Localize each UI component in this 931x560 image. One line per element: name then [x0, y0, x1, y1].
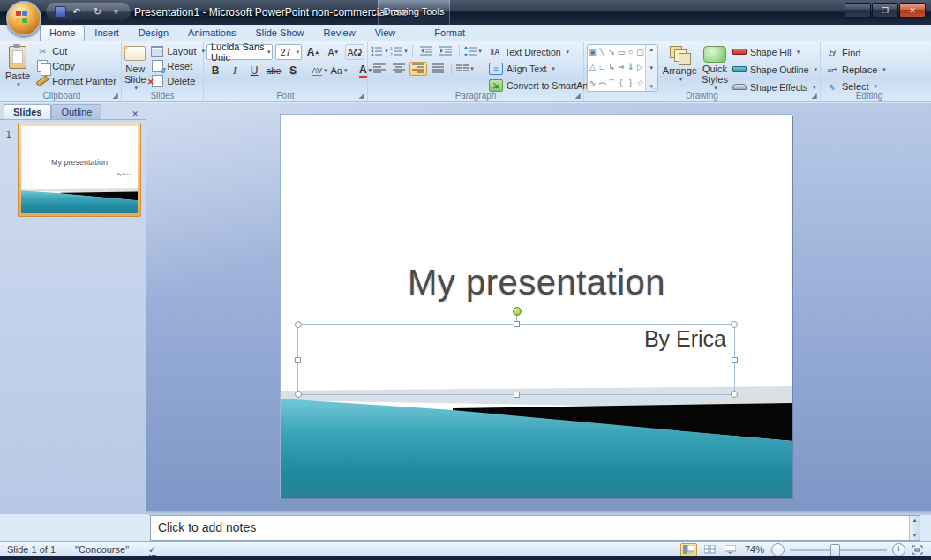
shapes-more-icon[interactable]: ▼̱	[649, 84, 654, 89]
undo-dropdown-icon[interactable]: ▾	[82, 8, 86, 15]
decrease-indent-button[interactable]	[417, 44, 435, 58]
format-painter-button[interactable]: Format Painter	[34, 74, 119, 88]
align-center-button[interactable]	[390, 62, 408, 76]
spacing-dropdown-icon[interactable]: ▾	[324, 67, 327, 74]
panel-tab-slides[interactable]: Slides	[4, 104, 51, 119]
line-spacing-dropdown-icon[interactable]: ▾	[478, 48, 482, 55]
shape-curve-icon[interactable]: ⌒	[608, 79, 616, 87]
shapes-scroll-up-icon[interactable]: ▲	[649, 47, 654, 52]
shape-right-arrow-icon[interactable]: ⇒	[618, 63, 625, 71]
font-size-dropdown-icon[interactable]: ▾	[296, 49, 299, 56]
find-button[interactable]: ⌭ Find	[823, 46, 915, 60]
notes-placeholder[interactable]: Click to add notes	[158, 520, 256, 534]
rotation-handle[interactable]	[513, 307, 522, 316]
shape-effects-dropdown-icon[interactable]: ▾	[813, 84, 816, 91]
clipboard-dialog-launcher-icon[interactable]: ◢	[111, 92, 119, 100]
grow-font-button[interactable]: A▲	[304, 45, 322, 59]
tab-animations[interactable]: Animations	[178, 26, 245, 41]
replace-dropdown-icon[interactable]: ▾	[882, 66, 886, 73]
undo-button[interactable]: ↶▾	[71, 4, 86, 19]
shape-outline-button[interactable]: Shape Outline ▾	[732, 62, 817, 77]
notes-scroll-up-icon[interactable]: ▲	[912, 518, 918, 523]
paste-button[interactable]: Paste ▾	[5, 44, 30, 92]
byline-text[interactable]: By Erica	[644, 326, 726, 352]
normal-view-button[interactable]	[680, 543, 697, 556]
numbering-dropdown-icon[interactable]: ▾	[404, 48, 408, 55]
arrange-button[interactable]: Arrange ▾	[663, 44, 697, 92]
handle-middle-right[interactable]	[732, 357, 738, 363]
handle-top-left[interactable]	[295, 321, 302, 328]
tab-format[interactable]: Format	[424, 26, 475, 41]
zoom-out-button[interactable]: −	[771, 543, 785, 556]
text-shadow-button[interactable]: S	[284, 63, 302, 78]
shape-outline-dropdown-icon[interactable]: ▾	[814, 66, 817, 73]
shape-freeform-icon[interactable]: ∿	[589, 79, 597, 87]
tab-slide-show[interactable]: Slide Show	[246, 26, 314, 41]
slide-show-view-button[interactable]	[723, 544, 738, 556]
shape-elbow-arrow-icon[interactable]: ↳	[608, 63, 615, 71]
arrange-dropdown-icon[interactable]: ▾	[679, 76, 683, 83]
delete-slide-button[interactable]: Delete	[148, 74, 207, 88]
shape-fill-dropdown-icon[interactable]: ▾	[797, 49, 800, 56]
shrink-font-button[interactable]: A▼	[325, 45, 342, 59]
notes-scrollbar[interactable]: ▲ ▼	[909, 516, 920, 540]
notes-pane[interactable]: Click to add notes ▲ ▼	[150, 515, 920, 541]
minimize-button[interactable]: –	[845, 3, 871, 18]
shape-rectangle-icon[interactable]: ▭	[618, 49, 626, 56]
restore-button[interactable]: ❐	[872, 3, 898, 18]
font-size-combo[interactable]: 27 ▾	[275, 44, 302, 60]
text-direction-dropdown-icon[interactable]: ▾	[567, 49, 570, 56]
layout-button[interactable]: Layout ▾	[148, 44, 207, 58]
increase-indent-button[interactable]	[437, 44, 454, 58]
qat-customize-button[interactable]: ▿	[109, 4, 124, 19]
redo-button[interactable]: ↻	[90, 4, 105, 19]
align-text-button[interactable]: ≡ Align Text ▾	[489, 61, 597, 76]
replace-button[interactable]: a⇄ Replace ▾	[823, 63, 915, 77]
shape-line-icon[interactable]: ╲	[599, 49, 604, 56]
quick-styles-button[interactable]: Quick Styles ▾	[702, 44, 728, 92]
change-case-button[interactable]: Aa▾	[330, 63, 348, 78]
zoom-slider[interactable]	[790, 549, 887, 551]
tab-design[interactable]: Design	[129, 26, 178, 41]
panel-close-icon[interactable]: ✕	[129, 108, 141, 119]
shape-arrow-icon[interactable]: ↘	[608, 49, 615, 56]
close-button[interactable]: ✕	[899, 3, 926, 18]
zoom-in-button[interactable]: +	[892, 543, 905, 556]
shape-elbow-icon[interactable]: ∟	[598, 63, 606, 71]
handle-bottom-right[interactable]	[731, 391, 738, 398]
drawing-tools-contextual-tab[interactable]: Drawing Tools	[378, 0, 450, 25]
tab-insert[interactable]: Insert	[85, 26, 129, 41]
reset-button[interactable]: Reset	[148, 59, 207, 73]
select-dropdown-icon[interactable]: ▾	[875, 83, 878, 90]
slide-sorter-view-button[interactable]	[702, 544, 717, 556]
shapes-gallery-scrollbar[interactable]: ▲ ▼ ▼̱	[645, 45, 657, 91]
case-dropdown-icon[interactable]: ▾	[344, 67, 348, 74]
character-spacing-button[interactable]: AV▾	[311, 63, 328, 78]
save-button[interactable]	[53, 4, 68, 19]
handle-top-right[interactable]	[731, 321, 738, 328]
paragraph-dialog-launcher-icon[interactable]: ◢	[574, 92, 582, 100]
align-left-button[interactable]	[371, 62, 388, 76]
new-slide-button[interactable]: ✦ New Slide ▾	[124, 44, 146, 92]
spell-check-icon[interactable]: ✓	[148, 544, 156, 556]
shape-fill-button[interactable]: Shape Fill ▾	[732, 44, 817, 59]
shape-down-arrow-icon[interactable]: ⇓	[627, 63, 634, 71]
shape-triangle-icon[interactable]: △	[589, 63, 596, 71]
handle-top-center[interactable]	[514, 321, 520, 327]
office-button[interactable]	[6, 1, 41, 36]
bullets-button[interactable]: ▾	[371, 44, 388, 58]
strikethrough-button[interactable]: abe	[265, 63, 282, 78]
zoom-percentage[interactable]: 74%	[745, 544, 764, 555]
drawing-dialog-launcher-icon[interactable]: ◢	[810, 92, 818, 100]
tab-review[interactable]: Review	[314, 26, 365, 41]
slide-canvas[interactable]: My presentation By Erica	[281, 115, 792, 498]
handle-bottom-left[interactable]	[295, 391, 302, 398]
copy-button[interactable]: Copy	[34, 59, 119, 73]
notes-scroll-down-icon[interactable]: ▼	[912, 533, 918, 538]
bullets-dropdown-icon[interactable]: ▾	[385, 48, 388, 55]
align-text-dropdown-icon[interactable]: ▾	[552, 65, 555, 72]
subtitle-textbox[interactable]: By Erica	[297, 324, 735, 395]
tab-view[interactable]: View	[365, 26, 406, 41]
clear-formatting-button[interactable]: A🗘	[345, 44, 364, 60]
cut-button[interactable]: ✂ Cut	[34, 44, 119, 58]
